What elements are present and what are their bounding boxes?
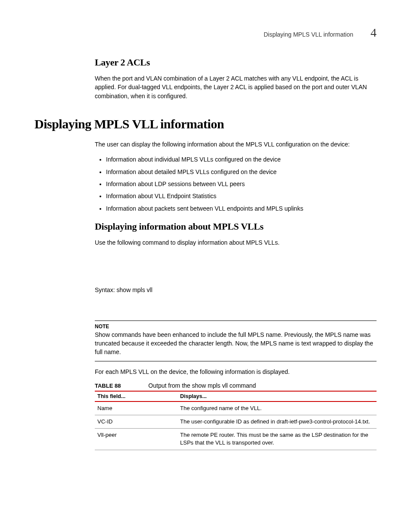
note-text: Show commands have been enhanced to incl… (95, 330, 377, 357)
heading-layer2-acls: Layer 2 ACLs (95, 57, 377, 68)
list-item: Information about LDP sessions between V… (106, 179, 377, 189)
table-header-row: This field... Displays... (95, 391, 377, 401)
list-item: Information about VLL Endpoint Statistic… (106, 191, 377, 201)
para-display-intro: The user can display the following infor… (95, 140, 377, 149)
heading-displaying-info-about-mpls-vlls: Displaying information about MPLS VLLs (95, 221, 377, 232)
table-number: TABLE 88 (95, 383, 121, 389)
table-row: Name The configured name of the VLL. (95, 401, 377, 415)
running-title: Displaying MPLS VLL information (264, 31, 353, 38)
cell-field: Name (95, 401, 177, 415)
table-header-field: This field... (95, 391, 177, 401)
chapter-number: 4 (371, 26, 377, 40)
table-caption: TABLE 88 Output from the show mpls vll c… (95, 382, 377, 389)
running-header: Displaying MPLS VLL information 4 (34, 26, 377, 40)
para-layer2-acls: When the port and VLAN combination of a … (95, 74, 377, 100)
table-row: VC-ID The user-configurable ID as define… (95, 415, 377, 429)
para-info-command: Use the following command to display inf… (95, 238, 377, 247)
heading-displaying-mpls-vll-info: Displaying MPLS VLL information (34, 117, 377, 131)
table-caption-text: Output from the show mpls vll command (148, 382, 256, 389)
bullet-list: Information about individual MPLS VLLs c… (95, 155, 377, 213)
table-header-displays: Displays... (177, 391, 377, 401)
cell-displays: The user-configurable ID as defined in d… (177, 415, 377, 429)
note-block: NOTE Show commands have been enhanced to… (95, 320, 377, 361)
cell-displays: The remote PE router. This must be the s… (177, 429, 377, 450)
list-item: Information about packets sent between V… (106, 204, 377, 213)
list-item: Information about individual MPLS VLLs c… (106, 155, 377, 164)
table-row: Vll-peer The remote PE router. This must… (95, 429, 377, 450)
syntax-line: Syntax: show mpls vll (95, 286, 377, 294)
cell-field: VC-ID (95, 415, 177, 429)
cell-displays: The configured name of the VLL. (177, 401, 377, 415)
output-table: This field... Displays... Name The confi… (95, 391, 377, 450)
list-item: Information about detailed MPLS VLLs con… (106, 167, 377, 177)
page-container: Displaying MPLS VLL information 4 Layer … (0, 0, 411, 476)
para-after-note: For each MPLS VLL on the device, the fol… (95, 367, 377, 376)
note-label: NOTE (95, 324, 377, 330)
cell-field: Vll-peer (95, 429, 177, 450)
table-wrapper: TABLE 88 Output from the show mpls vll c… (95, 382, 377, 450)
